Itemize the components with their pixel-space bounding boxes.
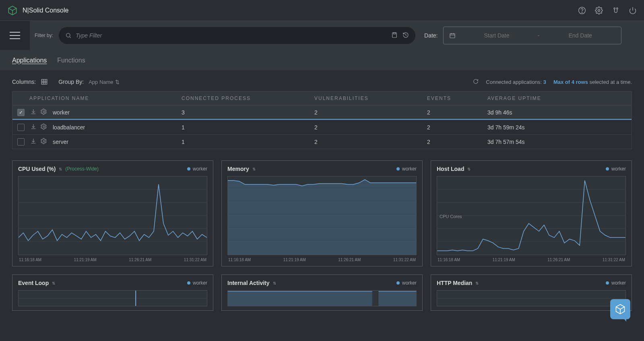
legend: worker: [606, 166, 626, 172]
legend-dot-icon: [396, 281, 400, 285]
svg-rect-16: [41, 79, 47, 84]
power-icon[interactable]: [629, 6, 637, 15]
download-icon[interactable]: [30, 108, 37, 116]
svg-rect-11: [393, 33, 395, 34]
end-date-input[interactable]: [545, 32, 615, 39]
sort-icon[interactable]: ⇅: [252, 167, 256, 171]
cell-vuln: 2: [314, 109, 427, 116]
col-connected-process[interactable]: CONNECTED PROCESS: [182, 96, 314, 101]
groupby-dropdown[interactable]: App Name⇅: [89, 79, 119, 85]
svg-point-22: [43, 126, 45, 127]
columns-picker-icon[interactable]: [41, 78, 48, 85]
date-label: Date:: [424, 32, 438, 39]
sort-icon[interactable]: ⇅: [467, 167, 471, 171]
table-row[interactable]: server 1 2 2 3d 7h 57m 54s: [12, 134, 632, 149]
col-app-name[interactable]: APPLICATION NAME: [12, 96, 182, 101]
cell-events: 2: [427, 124, 487, 131]
row-checkbox[interactable]: [17, 124, 25, 131]
chart-body[interactable]: [437, 290, 626, 306]
cell-process: 1: [182, 124, 314, 131]
x-axis: 11:16:18 AM11:21:19 AM11:26:21 AM11:31:2…: [437, 258, 626, 262]
col-events[interactable]: EVENTS: [427, 96, 487, 101]
chat-logo-icon: [615, 304, 626, 315]
chart-subtitle: (Process-Wide): [65, 166, 99, 172]
cell-uptime: 3d 7h 59m 24s: [487, 124, 632, 131]
app-name: worker: [53, 109, 70, 116]
filter-input[interactable]: [76, 32, 391, 39]
tab-applications[interactable]: Applications: [12, 57, 47, 64]
topbar-actions: [578, 6, 637, 15]
chart-body[interactable]: CPU Cores: [437, 176, 626, 255]
menu-toggle[interactable]: [0, 21, 30, 50]
history-icon[interactable]: [402, 32, 409, 40]
svg-point-8: [66, 33, 70, 37]
legend: worker: [187, 280, 207, 286]
legend: worker: [396, 280, 417, 286]
gear-icon[interactable]: [41, 138, 47, 146]
tab-functions[interactable]: Functions: [57, 57, 85, 64]
sort-icon: ⇅: [115, 79, 120, 85]
gear-icon[interactable]: [41, 123, 47, 131]
legend-dot-icon: [606, 281, 609, 285]
legend: worker: [187, 166, 207, 172]
col-average-uptime[interactable]: AVERAGE UPTIME: [487, 96, 632, 101]
svg-point-23: [43, 140, 45, 142]
sort-icon[interactable]: ⇅: [273, 281, 276, 285]
cpu-cores-label: CPU Cores: [440, 214, 462, 219]
controls-row: Columns: Group By: App Name⇅ Connected a…: [12, 78, 632, 85]
svg-point-3: [582, 12, 582, 12]
chart-title: HTTP Median: [437, 280, 472, 286]
row-checkbox[interactable]: [17, 138, 25, 146]
calendar-icon: [449, 32, 456, 39]
gear-icon[interactable]: [595, 6, 603, 15]
chart-eventloop: Event Loop ⇅ worker: [12, 274, 213, 311]
filter-label: Filter by:: [35, 33, 53, 38]
topbar: N|Solid Console: [0, 0, 644, 21]
cell-vuln: 2: [314, 124, 427, 131]
save-filter-icon[interactable]: [391, 32, 398, 40]
chat-widget[interactable]: [610, 299, 630, 319]
chart-body[interactable]: [227, 176, 417, 255]
col-vulnerabilities[interactable]: VULNERABILITIES: [314, 96, 427, 101]
logo-area: N|Solid Console: [7, 5, 68, 16]
svg-point-4: [598, 9, 600, 11]
filter-input-wrap[interactable]: [59, 27, 415, 44]
cell-uptime: 3d 9h 46s: [487, 109, 632, 116]
chart-body[interactable]: [18, 176, 207, 255]
svg-point-5: [614, 8, 615, 9]
start-date-input[interactable]: [461, 32, 532, 39]
legend: worker: [396, 166, 417, 172]
x-axis: 11:16:18 AM11:21:19 AM11:26:21 AM11:31:2…: [227, 258, 417, 262]
sort-icon[interactable]: ⇅: [475, 281, 479, 285]
legend: worker: [606, 280, 626, 286]
sort-icon[interactable]: ⇅: [59, 167, 62, 171]
chart-body[interactable]: [227, 290, 417, 306]
legend-dot-icon: [606, 167, 609, 170]
download-icon[interactable]: [30, 138, 37, 146]
refresh-icon[interactable]: [473, 79, 479, 85]
legend-dot-icon: [396, 167, 400, 170]
download-icon[interactable]: [30, 123, 37, 131]
svg-point-21: [43, 111, 45, 112]
sort-icon[interactable]: ⇅: [52, 281, 55, 285]
date-range-box[interactable]: -: [443, 27, 621, 44]
logo-icon: [7, 5, 18, 16]
columns-label: Columns:: [12, 79, 36, 85]
cell-vuln: 2: [314, 139, 427, 145]
content: Columns: Group By: App Name⇅ Connected a…: [0, 71, 644, 341]
table-row[interactable]: worker 3 2 2 3d 9h 46s: [12, 105, 632, 120]
tabs-row: Applications Functions: [0, 50, 644, 71]
applications-table: APPLICATION NAME CONNECTED PROCESS VULNE…: [12, 91, 632, 149]
table-header: APPLICATION NAME CONNECTED PROCESS VULNE…: [12, 91, 632, 105]
chart-title: Host Load: [437, 166, 464, 172]
chart-body[interactable]: [18, 290, 207, 306]
max-rows-text: Max of 4 rows selected at a time.: [553, 79, 632, 85]
connections-icon[interactable]: [612, 6, 620, 15]
table-row[interactable]: loadbalancer 1 2 2 3d 7h 59m 24s: [12, 120, 632, 134]
gear-icon[interactable]: [41, 108, 47, 116]
cell-uptime: 3d 7h 57m 54s: [487, 139, 632, 145]
help-icon[interactable]: [578, 6, 586, 15]
legend-dot-icon: [187, 167, 190, 170]
app-title: N|Solid Console: [23, 7, 68, 14]
row-checkbox[interactable]: [17, 109, 25, 116]
